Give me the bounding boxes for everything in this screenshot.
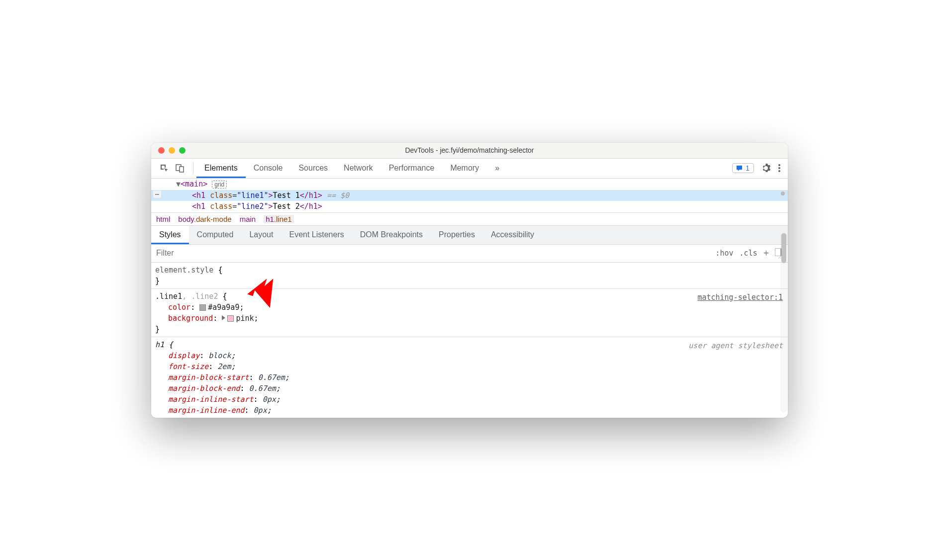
styles-panel: element.style { } matching-selector:1 .l…	[151, 263, 788, 418]
inspect-icon[interactable]	[159, 163, 169, 173]
issues-badge[interactable]: 1	[732, 163, 754, 173]
subtab-properties[interactable]: Properties	[431, 226, 483, 244]
cls-toggle[interactable]: .cls	[740, 249, 757, 258]
subtab-event-listeners[interactable]: Event Listeners	[281, 226, 352, 244]
grid-badge[interactable]: grid	[212, 181, 227, 188]
styles-subtabs: Styles Computed Layout Event Listeners D…	[151, 226, 788, 245]
subtab-layout[interactable]: Layout	[241, 226, 281, 244]
breadcrumb-body[interactable]: body.dark-mode	[178, 215, 231, 223]
kebab-menu-icon[interactable]	[778, 163, 781, 173]
expand-shorthand-icon[interactable]	[222, 315, 225, 320]
filter-input[interactable]	[155, 249, 715, 258]
dom-tree[interactable]: ▼<main> grid <h1 class="line1">Test 1</h…	[151, 179, 788, 212]
tab-network[interactable]: Network	[336, 159, 381, 178]
tab-elements[interactable]: Elements	[196, 159, 246, 178]
settings-icon[interactable]	[761, 163, 771, 173]
breadcrumb-h1[interactable]: h1.line1	[264, 215, 294, 223]
titlebar: DevTools - jec.fyi/demo/matching-selecto…	[151, 143, 788, 159]
rule-h1-ua[interactable]: user agent stylesheet h1 { display: bloc…	[151, 337, 788, 418]
minimize-window-button[interactable]	[169, 147, 175, 154]
breadcrumb-main[interactable]: main	[240, 215, 256, 223]
svg-point-3	[778, 164, 780, 166]
svg-rect-1	[180, 167, 184, 172]
zoom-window-button[interactable]	[179, 147, 186, 154]
svg-point-2	[765, 167, 767, 169]
tab-performance[interactable]: Performance	[381, 159, 443, 178]
svg-point-4	[778, 167, 780, 169]
main-toolbar: Elements Console Sources Network Perform…	[151, 159, 788, 179]
decl-background[interactable]: background: pink;	[155, 313, 784, 324]
tab-more[interactable]: »	[487, 159, 507, 178]
rule-source-link[interactable]: matching-selector:1	[697, 292, 783, 303]
panel-tabs: Elements Console Sources Network Perform…	[196, 159, 507, 178]
scrollbar[interactable]	[780, 232, 787, 413]
hov-toggle[interactable]: :hov	[715, 249, 733, 258]
tab-memory[interactable]: Memory	[442, 159, 487, 178]
subtab-accessibility[interactable]: Accessibility	[483, 226, 542, 244]
svg-point-5	[778, 170, 780, 172]
subtab-styles[interactable]: Styles	[151, 226, 189, 244]
dom-node-main[interactable]: ▼<main> grid	[151, 179, 788, 190]
color-swatch[interactable]	[227, 315, 234, 322]
tab-sources[interactable]: Sources	[290, 159, 336, 178]
dom-ellipsis[interactable]: ⋯	[153, 190, 161, 198]
window-title: DevTools - jec.fyi/demo/matching-selecto…	[151, 146, 788, 154]
traffic-lights	[151, 147, 186, 154]
tab-console[interactable]: Console	[246, 159, 291, 178]
dom-node-h1-line1[interactable]: <h1 class="line1">Test 1</h1> == $0	[151, 190, 788, 201]
arrow-annotation	[245, 275, 275, 311]
device-toggle-icon[interactable]	[175, 163, 185, 173]
breadcrumb: html body.dark-mode main h1.line1	[151, 212, 788, 226]
devtools-window: DevTools - jec.fyi/demo/matching-selecto…	[151, 143, 788, 418]
breadcrumb-html[interactable]: html	[156, 215, 170, 223]
new-style-rule-button[interactable]: +	[763, 248, 769, 259]
scroll-indicator	[781, 191, 785, 195]
subtab-dom-breakpoints[interactable]: DOM Breakpoints	[352, 226, 431, 244]
rule-line1-line2[interactable]: matching-selector:1 .line1, .line2 { col…	[151, 289, 788, 337]
color-swatch[interactable]	[199, 304, 206, 311]
subtab-computed[interactable]: Computed	[189, 226, 242, 244]
issues-count: 1	[746, 164, 750, 172]
styles-filterbar: :hov .cls +	[151, 245, 788, 263]
rule-ua-source: user agent stylesheet	[688, 340, 783, 351]
dom-node-h1-line2[interactable]: <h1 class="line2">Test 2</h1>	[151, 201, 788, 212]
close-window-button[interactable]	[158, 147, 165, 154]
